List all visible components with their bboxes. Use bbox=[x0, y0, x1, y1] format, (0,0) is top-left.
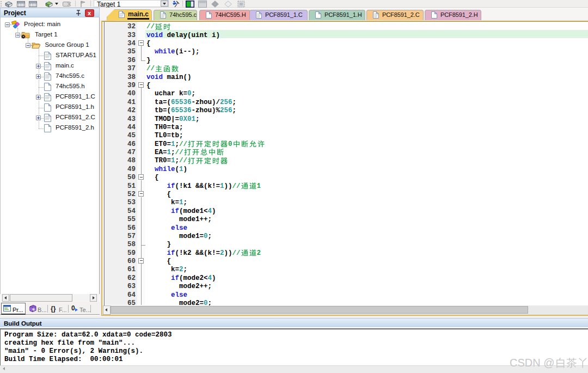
svg-text:?: ? bbox=[33, 308, 35, 311]
